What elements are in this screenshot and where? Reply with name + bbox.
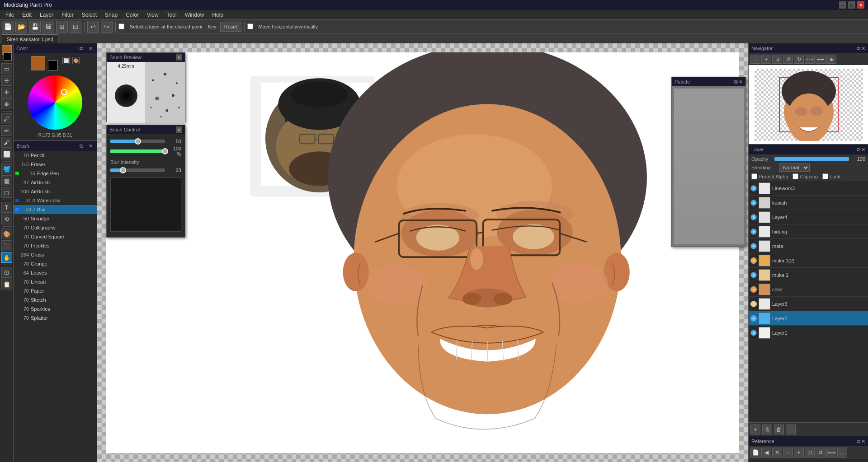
background-color[interactable] — [48, 61, 58, 70]
menu-select[interactable]: Select — [78, 11, 100, 19]
layer-color[interactable]: ● color — [749, 282, 868, 297]
layer-linework3[interactable]: ● Linework3 — [749, 181, 868, 196]
tool-lasso[interactable]: ⚹ — [1, 75, 12, 86]
ref-more-btn[interactable]: … — [837, 448, 847, 457]
menu-tool[interactable]: Tool — [163, 11, 180, 19]
nav-rotate-left[interactable]: ↺ — [783, 55, 793, 64]
menu-snap[interactable]: Snap — [101, 11, 121, 19]
close-button[interactable]: ✕ — [857, 1, 864, 9]
nav-zoom-out[interactable]: - — [750, 55, 760, 64]
layer-eye-muka1-2[interactable]: ● — [750, 257, 757, 264]
layer-eye-layer1[interactable]: ● — [750, 330, 757, 336]
brush-preview-header[interactable]: Brush Preview ✕ — [107, 53, 185, 62]
layer-layer1[interactable]: ● Layer1 — [749, 326, 868, 340]
ref-new-btn[interactable]: 📄 — [750, 448, 760, 457]
brush-panel-expand[interactable]: ⧉ — [78, 142, 85, 149]
layer-layer4[interactable]: ● Layer4 — [749, 210, 868, 224]
ref-back-btn[interactable]: ◀ — [761, 448, 771, 457]
navigator-expand[interactable]: ⧉ — [857, 46, 860, 51]
navigator-close[interactable]: ✕ — [861, 46, 865, 51]
minimize-button[interactable]: ─ — [839, 1, 846, 9]
layer-eye-layer4[interactable]: ● — [750, 214, 757, 220]
nav-grid[interactable]: ⊞ — [826, 55, 836, 64]
layer-mata[interactable]: ● mata — [749, 239, 868, 253]
brush-item-eraser[interactable]: 8.5 Eraser — [14, 160, 97, 169]
brush-item-calligraphy[interactable]: 70 Calligraphy — [14, 223, 97, 232]
menu-view[interactable]: View — [143, 11, 162, 19]
tool-blend[interactable]: ⬛ — [1, 240, 12, 251]
color-picker-btn[interactable]: 🎨 — [72, 57, 80, 64]
tool-pen[interactable]: ✏ — [1, 125, 12, 136]
layer-hidung[interactable]: ● hidung — [749, 224, 868, 239]
brush-item-smudge[interactable]: 50 Smudge — [14, 214, 97, 223]
protect-alpha-cb[interactable]: Protect Alpha — [751, 173, 788, 179]
brush-blur-knob[interactable] — [120, 167, 126, 173]
layer-copy-btn[interactable]: ⎘ — [762, 425, 772, 434]
menu-filter[interactable]: Filter — [58, 11, 77, 19]
layer-eye-mata[interactable]: ● — [750, 243, 757, 249]
layer-eye-layer2[interactable]: ● — [750, 315, 757, 322]
brush-size-slider[interactable] — [110, 140, 165, 143]
tool-zoom[interactable]: ⊕ — [1, 98, 12, 109]
layer-delete-btn[interactable]: 🗑 — [774, 425, 784, 434]
tool-bottom1[interactable]: ⊡ — [1, 267, 12, 278]
protect-alpha-checkbox[interactable] — [751, 173, 757, 179]
reference-expand[interactable]: ⧉ — [857, 439, 860, 444]
blending-select[interactable]: Normal Multiply Screen — [779, 163, 810, 172]
layer-expand[interactable]: ⧉ — [857, 147, 860, 153]
clipping-cb[interactable]: Clipping — [793, 173, 818, 179]
tool-text[interactable]: T — [1, 202, 12, 213]
tool-fill[interactable]: 🪣 — [1, 163, 12, 174]
color-mode-btn[interactable]: ⬜ — [62, 57, 70, 64]
select-layer-checkbox[interactable] — [118, 23, 124, 29]
layer-kupiah[interactable]: ● kupiah — [749, 196, 868, 210]
ref-zoom-out-btn[interactable]: - — [783, 448, 793, 457]
brush-preview-close[interactable]: ✕ — [176, 54, 182, 61]
palette-expand[interactable]: ⧉ — [734, 79, 738, 85]
nav-flip-v[interactable]: ⟷ — [816, 55, 826, 64]
brush-control-header[interactable]: Brush Control ✕ — [107, 125, 185, 134]
tool-shape[interactable]: ◻ — [1, 187, 12, 198]
brush-item-airbrush2[interactable]: 100 AirBrush — [14, 187, 97, 196]
ref-fit-btn[interactable]: ⊡ — [805, 448, 815, 457]
toolbar-grid2[interactable]: ⊟ — [70, 21, 81, 33]
ref-rotate-btn[interactable]: ↺ — [816, 448, 826, 457]
brush-control-close[interactable]: ✕ — [176, 126, 182, 133]
main-canvas[interactable] — [106, 52, 739, 453]
brush-item-paper[interactable]: 70 Paper — [14, 286, 97, 295]
palette-close[interactable]: ✕ — [739, 79, 743, 85]
layer-eye-layer3[interactable]: ● — [750, 301, 757, 307]
menu-help[interactable]: Help — [208, 11, 227, 19]
toolbar-redo[interactable]: ↪ — [101, 21, 113, 33]
tool-hand[interactable]: ✋ — [1, 252, 12, 263]
bg-color-swatch[interactable] — [4, 52, 12, 61]
layer-muka1-2[interactable]: ● muka 1(2) — [749, 253, 868, 268]
layer-add-btn[interactable]: + — [750, 425, 760, 434]
toolbar-save2[interactable]: 🖫 — [42, 21, 54, 33]
brush-item-sketch[interactable]: 70 Sketch — [14, 295, 97, 304]
brush-item-watercolor[interactable]: 31.0 Watercolor — [14, 196, 97, 205]
layer-close[interactable]: ✕ — [861, 147, 865, 153]
tool-eyedropper[interactable]: 🖊 — [1, 113, 12, 124]
foreground-color[interactable] — [31, 56, 45, 70]
menu-color[interactable]: Color — [122, 11, 142, 19]
toolbar-grid[interactable]: ⊞ — [56, 21, 68, 33]
brush-item-pencil[interactable]: 10 Pencil — [14, 151, 97, 160]
layer-eye-linework3[interactable]: ● — [750, 185, 757, 191]
brush-opacity-slider[interactable] — [110, 149, 165, 153]
tool-bottom2[interactable]: 📋 — [1, 279, 12, 289]
brush-item-airbrush1[interactable]: 47 AirBrush — [14, 178, 97, 187]
menu-file[interactable]: File — [2, 11, 18, 19]
color-panel-close[interactable]: ✕ — [87, 45, 94, 52]
brush-opacity-knob[interactable] — [162, 148, 168, 154]
brush-item-leaves[interactable]: 64 Leaves — [14, 268, 97, 277]
brush-size-knob[interactable] — [135, 138, 141, 145]
brush-item-freckles[interactable]: 70 Freckles — [14, 241, 97, 250]
brush-item-grass[interactable]: 284 Grass — [14, 250, 97, 259]
brush-item-curved-square[interactable]: 70 Curved Square — [14, 232, 97, 241]
menu-layer[interactable]: Layer — [36, 11, 57, 19]
menu-window[interactable]: Window — [181, 11, 208, 19]
reference-close[interactable]: ✕ — [861, 439, 865, 444]
lock-cb[interactable]: Lock — [822, 173, 840, 179]
tool-color-pick[interactable]: 🎨 — [1, 229, 12, 239]
